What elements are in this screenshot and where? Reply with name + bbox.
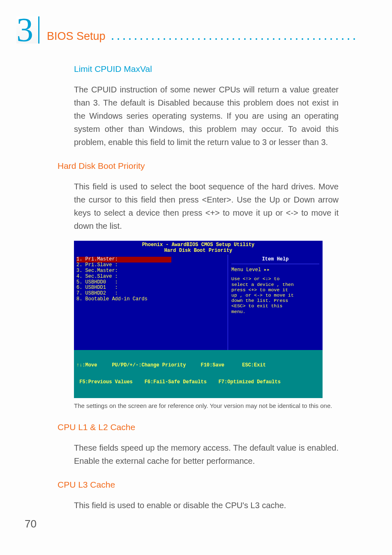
bios-item-7: 7. USBHDD2 :: [76, 291, 225, 297]
main-content: Limit CPUID MaxVal The CPUID instruction…: [58, 64, 339, 512]
bios-help-text: Use <↑> or <↓> to select a device , then…: [231, 276, 319, 314]
chapter-number: 3: [16, 16, 39, 44]
body-cpu-l3: This field is used to enable or disable …: [74, 499, 339, 512]
bios-item-8: 8. Bootable Add-in Cards: [76, 297, 225, 302]
body-cpu-l1l2: These fields speed up the memory access.…: [74, 441, 339, 467]
chapter-title: BIOS Setup: [47, 30, 106, 44]
header-dots-decoration: [110, 37, 359, 41]
bios-device-list: 1. Pri.Master: 2. Pri.Slave : 3. Sec.Mas…: [74, 255, 228, 350]
bios-body: 1. Pri.Master: 2. Pri.Slave : 3. Sec.Mas…: [74, 255, 323, 350]
section-title-hard-disk: Hard Disk Boot Priority: [58, 161, 339, 171]
bios-screenshot: Phoenix - AwardBIOS CMOS Setup Utility H…: [74, 241, 323, 398]
bios-menu-level: Menu Level ▸▸: [231, 267, 319, 273]
page-content: 3 BIOS Setup Limit CPUID MaxVal The CPUI…: [0, 0, 392, 532]
bios-item-1-selected: 1. Pri.Master:: [76, 257, 171, 263]
section-title-cpu-l3: CPU L3 Cache: [58, 480, 339, 490]
bios-help-title: Item Help: [231, 256, 319, 264]
bios-help-panel: Item Help Menu Level ▸▸ Use <↑> or <↓> t…: [228, 255, 323, 350]
bios-footer-line2: F5:Previous Values F6:Fail-Safe Defaults…: [76, 380, 320, 385]
page-number: 70: [25, 518, 37, 530]
bios-item-5: 5. USBHDD0 :: [76, 280, 225, 286]
chapter-header: 3 BIOS Setup: [16, 16, 359, 44]
bios-item-4: 4. Sec.Slave :: [76, 274, 225, 280]
section-title-limit-cpuid: Limit CPUID MaxVal: [74, 64, 339, 74]
bios-footer-line1: ↑↓:Move PU/PD/+/-:Change Priority F10:Sa…: [76, 363, 320, 368]
screenshot-caption: The settings on the screen are for refer…: [74, 401, 339, 410]
bios-title-line2: Hard Disk Boot Priority: [74, 248, 323, 253]
bios-item-3: 3. Sec.Master:: [76, 268, 225, 274]
bios-footer: ↑↓:Move PU/PD/+/-:Change Priority F10:Sa…: [74, 350, 323, 398]
section-title-cpu-l1l2: CPU L1 & L2 Cache: [58, 422, 339, 432]
bios-item-6: 6. USBHDD1 :: [76, 285, 225, 291]
body-limit-cpuid: The CPUID instruction of some newer CPUs…: [74, 83, 339, 149]
bios-item-2: 2. Pri.Slave :: [76, 263, 225, 268]
body-hard-disk: This field is used to select the boot se…: [74, 180, 339, 233]
bios-title-line1: Phoenix - AwardBIOS CMOS Setup Utility: [74, 242, 323, 248]
bios-title-bar: Phoenix - AwardBIOS CMOS Setup Utility H…: [74, 241, 323, 255]
